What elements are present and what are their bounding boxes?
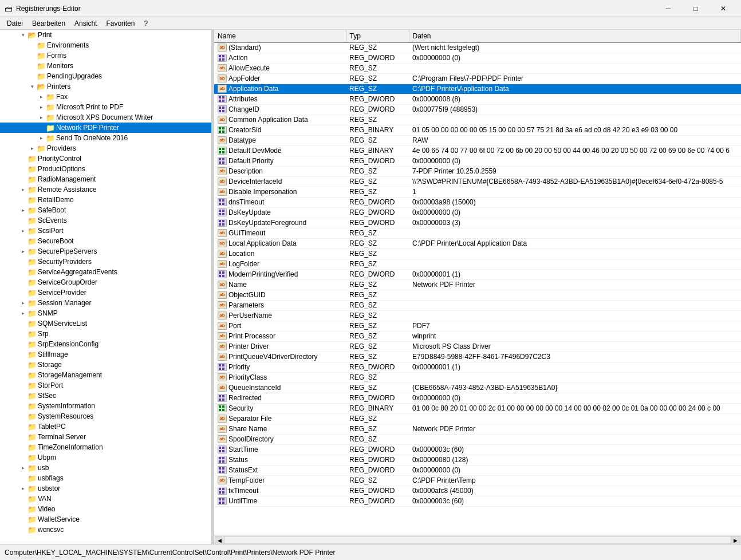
table-row[interactable]: DsKeyUpdateForegroundREG_DWORD0x00000003…: [214, 218, 741, 228]
table-row[interactable]: ChangeIDREG_DWORD0x000775f9 (488953): [214, 104, 741, 115]
tree-expand-icon[interactable]: [18, 504, 27, 514]
table-row[interactable]: abSpoolDirectoryREG_SZ: [214, 434, 741, 444]
table-row[interactable]: abGUITimeoutREG_SZ: [214, 228, 741, 238]
table-row[interactable]: abCommon Application DataREG_SZ: [214, 115, 741, 125]
tree-expand-icon[interactable]: ▾: [27, 81, 37, 92]
table-row[interactable]: AttributesREG_DWORD0x00000008 (8): [214, 94, 741, 104]
table-row[interactable]: abLocal Application DataREG_SZC:\PDF Pri…: [214, 238, 741, 249]
tree-expand-icon[interactable]: ▸: [18, 463, 27, 473]
tree-expand-icon[interactable]: ▸: [18, 184, 27, 195]
menu-ansicht[interactable]: Ansicht: [70, 18, 101, 29]
table-row[interactable]: ActionREG_DWORD0x00000000 (0): [214, 53, 741, 63]
table-row[interactable]: dnsTimeoutREG_DWORD0x00003a98 (15000): [214, 197, 741, 207]
tree-item[interactable]: ▾📂Printers: [0, 81, 211, 92]
tree-item[interactable]: 📁SrpExtensionConfig: [0, 339, 211, 349]
table-row[interactable]: abLogFolderREG_SZ: [214, 259, 741, 269]
close-button[interactable]: ✕: [710, 0, 736, 17]
table-row[interactable]: abPerUserNameREG_SZ: [214, 310, 741, 321]
tree-expand-icon[interactable]: [18, 153, 27, 164]
table-row[interactable]: Default DevModeREG_BINARY4e 00 65 74 00 …: [214, 145, 741, 156]
tree-expand-icon[interactable]: [18, 257, 27, 267]
table-row[interactable]: abDeviceInterfaceIdREG_SZ\\?\SWD#PRINTEN…: [214, 176, 741, 187]
tree-expand-icon[interactable]: ▸: [18, 298, 27, 308]
tree-expand-icon[interactable]: [18, 360, 27, 370]
tree-item[interactable]: 📁PendingUpgrades: [0, 71, 211, 81]
tree-expand-icon[interactable]: [18, 174, 27, 184]
tree-expand-icon[interactable]: [18, 277, 27, 287]
tree-expand-icon[interactable]: [18, 432, 27, 442]
table-row[interactable]: txTimeoutREG_DWORD0x0000afc8 (45000): [214, 486, 741, 496]
tree-item[interactable]: 📁usbflags: [0, 473, 211, 483]
tree-item[interactable]: 📁TabletPC: [0, 421, 211, 432]
table-row[interactable]: SecurityREG_BINARY01 00 0c 80 20 01 00 0…: [214, 403, 741, 413]
tree-expand-icon[interactable]: ▸: [18, 205, 27, 215]
tree-expand-icon[interactable]: [18, 267, 27, 277]
tree-item[interactable]: 📁ServiceAggregatedEvents: [0, 267, 211, 277]
table-row[interactable]: abPrint ProcessorREG_SZwinprint: [214, 331, 741, 341]
tree-expand-icon[interactable]: ▾: [18, 30, 27, 40]
tree-expand-icon[interactable]: [18, 287, 27, 298]
table-row[interactable]: abAppFolderREG_SZC:\Program Files\7-PDF\…: [214, 73, 741, 84]
table-row[interactable]: abPriorityClassREG_SZ: [214, 372, 741, 382]
tree-item[interactable]: 📁Ubpm: [0, 452, 211, 463]
tree-item[interactable]: ▸📁Providers: [0, 143, 211, 153]
tree-expand-icon[interactable]: [18, 349, 27, 360]
tree-item[interactable]: 📁RadioManagement: [0, 174, 211, 184]
tree-item[interactable]: ▸📁usb: [0, 463, 211, 473]
tree-expand-icon[interactable]: [18, 318, 27, 329]
horizontal-scrollbar[interactable]: ◀ ▶: [214, 535, 741, 544]
table-row[interactable]: abDisable ImpersonationREG_SZ1: [214, 187, 741, 197]
tree-item[interactable]: ▸📁Send To OneNote 2016: [0, 133, 211, 143]
tree-expand-icon[interactable]: [18, 339, 27, 349]
table-row[interactable]: abPrintQueueV4DriverDirectoryREG_SZE79D8…: [214, 352, 741, 362]
tree-expand-icon[interactable]: [18, 329, 27, 339]
tree-expand-icon[interactable]: ▸: [37, 133, 46, 143]
tree-expand-icon[interactable]: [18, 370, 27, 380]
tree-expand-icon[interactable]: ▸: [18, 483, 27, 494]
scroll-left-btn[interactable]: ◀: [215, 537, 224, 545]
table-row[interactable]: PriorityREG_DWORD0x00000001 (1): [214, 362, 741, 372]
tree-item[interactable]: ▸📁Microsoft XPS Document Writer: [0, 112, 211, 123]
tree-expand-icon[interactable]: ▸: [18, 246, 27, 257]
table-row[interactable]: abApplication DataREG_SZC:\PDF Printer\A…: [214, 84, 741, 94]
table-row[interactable]: abQueueInstanceIdREG_SZ{CBE6658A-7493-48…: [214, 382, 741, 393]
menu-favoriten[interactable]: Favoriten: [101, 18, 139, 29]
tree-panel[interactable]: ▾📂Print📁Environments📁Forms📁Monitors📁Pend…: [0, 30, 212, 544]
tree-item[interactable]: 📁Video: [0, 504, 211, 514]
table-row[interactable]: CreatorSidREG_BINARY01 05 00 00 00 00 00…: [214, 125, 741, 135]
tree-item[interactable]: ▸📁SafeBoot: [0, 205, 211, 215]
table-row[interactable]: abPrinter DriverREG_SZMicrosoft PS Class…: [214, 341, 741, 352]
table-row[interactable]: ab(Standard)REG_SZ(Wert nicht festgelegt…: [214, 42, 741, 53]
tree-expand-icon[interactable]: [18, 215, 27, 226]
table-row[interactable]: abSeparator FileREG_SZ: [214, 413, 741, 424]
table-row[interactable]: abPortREG_SZPDF7: [214, 321, 741, 331]
scroll-right-btn[interactable]: ▶: [731, 537, 740, 545]
tree-expand-icon[interactable]: [18, 421, 27, 432]
table-row[interactable]: abDatatypeREG_SZRAW: [214, 135, 741, 145]
tree-item[interactable]: ▸📁Remote Assistance: [0, 184, 211, 195]
tree-item[interactable]: 📁SQMServiceList: [0, 318, 211, 329]
tree-item[interactable]: 📁StorageManagement: [0, 370, 211, 380]
tree-expand-icon[interactable]: [18, 236, 27, 246]
menu-bearbeiten[interactable]: Bearbeiten: [27, 18, 70, 29]
tree-expand-icon[interactable]: ▸: [18, 226, 27, 236]
tree-expand-icon[interactable]: [18, 164, 27, 174]
tree-item[interactable]: 📁Terminal Server: [0, 432, 211, 442]
tree-expand-icon[interactable]: [27, 40, 37, 50]
tree-item[interactable]: 📁StorPort: [0, 380, 211, 391]
tree-item[interactable]: ▸📁Session Manager: [0, 298, 211, 308]
tree-expand-icon[interactable]: [27, 50, 37, 61]
tree-item[interactable]: 📁ServiceProvider: [0, 287, 211, 298]
table-row[interactable]: StartTimeREG_DWORD0x0000003c (60): [214, 444, 741, 455]
tree-expand-icon[interactable]: ▸: [18, 308, 27, 318]
tree-expand-icon[interactable]: [18, 380, 27, 391]
tree-item[interactable]: ▸📁Microsoft Print to PDF: [0, 102, 211, 112]
table-row[interactable]: StatusExtREG_DWORD0x00000000 (0): [214, 465, 741, 475]
table-row[interactable]: RedirectedREG_DWORD0x00000000 (0): [214, 393, 741, 403]
minimize-button[interactable]: ─: [655, 0, 681, 17]
tree-item[interactable]: 📁WalletService: [0, 514, 211, 524]
tree-item[interactable]: ▸📁ScsiPort: [0, 226, 211, 236]
table-row[interactable]: StatusREG_DWORD0x00000080 (128): [214, 455, 741, 465]
tree-expand-icon[interactable]: [37, 123, 46, 133]
table-row[interactable]: abParametersREG_SZ: [214, 300, 741, 310]
